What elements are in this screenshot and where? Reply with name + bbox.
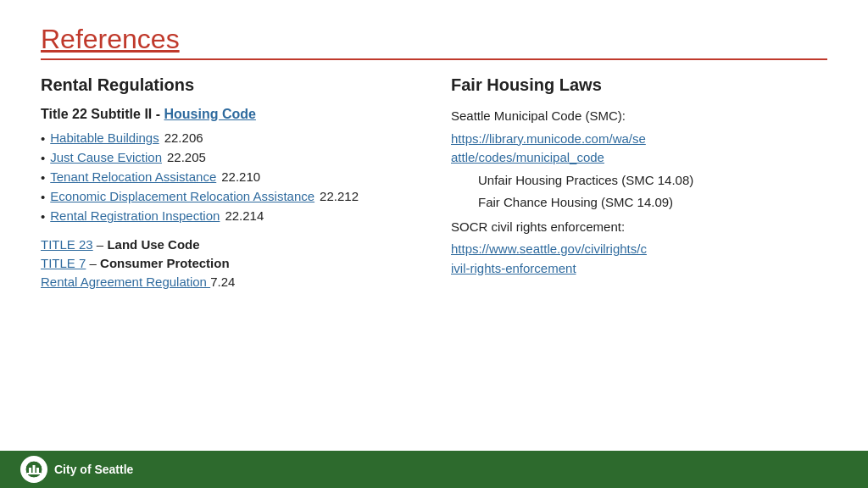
- tenant-relocation-link[interactable]: Tenant Relocation Assistance: [50, 169, 216, 184]
- list-item: Habitable Buildings 22.206: [41, 130, 417, 146]
- socr-label: SOCR civil rights enforcement:: [451, 218, 827, 237]
- columns: Rental Regulations Title 22 Subtitle II …: [41, 75, 827, 293]
- rental-agreement-line: Rental Agreement Regulation 7.24: [41, 274, 417, 289]
- economic-displacement-link[interactable]: Economic Displacement Relocation Assista…: [50, 189, 314, 203]
- footer-logo: City of Seattle: [20, 456, 133, 483]
- svg-rect-3: [36, 468, 39, 474]
- svg-rect-4: [27, 473, 41, 474]
- subtitle-text: Title 22 Subtitle II -: [41, 107, 164, 121]
- tenant-relocation-code: 22.210: [221, 169, 260, 184]
- rental-agreement-link[interactable]: Rental Agreement Regulation: [41, 274, 210, 289]
- rental-regulations-heading: Rental Regulations: [41, 75, 417, 95]
- list-item: Tenant Relocation Assistance 22.210: [41, 169, 417, 185]
- housing-code-link[interactable]: Housing Code: [164, 107, 256, 121]
- smc-link-line: https://library.municode.com/wa/seattle/…: [451, 130, 827, 168]
- title7-text: – Consumer Protection: [86, 256, 229, 270]
- list-item: Rental Registration Inspection 22.214: [41, 208, 417, 224]
- socr-link[interactable]: https://www.seattle.gov/civilrights/civi…: [451, 241, 647, 275]
- just-cause-link[interactable]: Just Cause Eviction: [50, 150, 162, 164]
- title23-link[interactable]: TITLE 23: [41, 237, 93, 252]
- title23-line: TITLE 23 – Land Use Code: [41, 237, 417, 252]
- fair-housing-heading: Fair Housing Laws: [451, 75, 827, 95]
- list-item: Just Cause Eviction 22.205: [41, 150, 417, 165]
- title7-line: TITLE 7 – Consumer Protection: [41, 256, 417, 270]
- smc-link[interactable]: https://library.municode.com/wa/seattle/…: [451, 131, 646, 165]
- rental-registration-link[interactable]: Rental Registration Inspection: [50, 208, 220, 223]
- economic-displacement-code: 22.212: [320, 189, 359, 203]
- unfair-housing-text: Unfair Housing Practices (SMC 14.08): [478, 171, 827, 191]
- list-item: Economic Displacement Relocation Assista…: [41, 189, 417, 204]
- page-title: References: [41, 24, 827, 55]
- footer: City of Seattle: [0, 451, 868, 488]
- just-cause-code: 22.205: [167, 150, 206, 164]
- left-column: Rental Regulations Title 22 Subtitle II …: [41, 75, 417, 293]
- subtitle-line: Title 22 Subtitle II - Housing Code: [41, 107, 417, 122]
- footer-label: City of Seattle: [54, 463, 133, 476]
- main-content: References Rental Regulations Title 22 S…: [0, 0, 868, 451]
- fair-chance-text: Fair Chance Housing (SMC 14.09): [478, 193, 827, 213]
- logo-icon: [20, 456, 47, 483]
- title23-text: – Land Use Code: [93, 237, 200, 252]
- smc-label: Seattle Municipal Code (SMC):: [451, 107, 827, 126]
- city-logo-svg: [25, 460, 43, 479]
- right-column: Fair Housing Laws Seattle Municipal Code…: [451, 75, 827, 293]
- habitable-buildings-link[interactable]: Habitable Buildings: [50, 130, 159, 145]
- svg-rect-1: [29, 468, 31, 474]
- svg-rect-2: [33, 465, 36, 474]
- title7-link[interactable]: TITLE 7: [41, 256, 86, 270]
- socr-link-line: https://www.seattle.gov/civilrights/civi…: [451, 240, 827, 278]
- bullet-list: Habitable Buildings 22.206 Just Cause Ev…: [41, 130, 417, 224]
- divider: [41, 58, 827, 60]
- rental-registration-code: 22.214: [225, 208, 264, 223]
- rental-agreement-code: 7.24: [210, 274, 235, 289]
- habitable-buildings-code: 22.206: [164, 130, 203, 145]
